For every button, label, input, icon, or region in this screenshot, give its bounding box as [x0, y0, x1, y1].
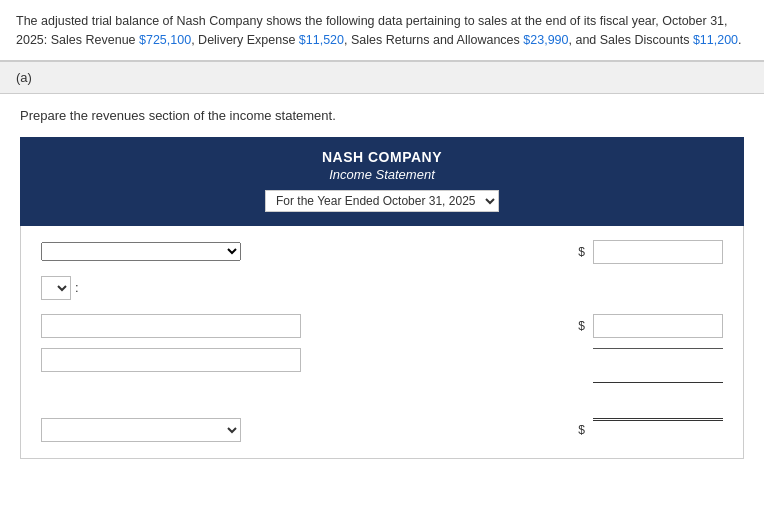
row1-dollar: $ — [578, 245, 585, 259]
statement-header: NASH COMPANY Income Statement For the Ye… — [20, 137, 744, 226]
row3-left-input[interactable] — [41, 314, 301, 338]
row3-right: $ — [578, 314, 723, 338]
period-select[interactable]: For the Year Ended October 31, 2025 — [265, 190, 499, 212]
row1: $ — [41, 240, 723, 264]
row6-dollar: $ — [578, 423, 585, 437]
row5 — [41, 382, 723, 406]
company-name: NASH COMPANY — [30, 149, 734, 165]
row4-right-input[interactable] — [593, 348, 723, 372]
row3: $ — [41, 314, 723, 338]
section-instruction: Prepare the revenues section of the inco… — [20, 108, 744, 123]
row1-right: $ — [578, 240, 723, 264]
row4-left-input[interactable] — [41, 348, 301, 372]
delivery-expense-value: $11,520 — [299, 33, 344, 47]
intro-text4: , Sales Returns and Allowances — [344, 33, 523, 47]
row2-select[interactable] — [41, 276, 71, 300]
row5-input[interactable] — [593, 382, 723, 406]
row6-select[interactable] — [41, 418, 241, 442]
form-area: $ : $ — [20, 226, 744, 459]
returns-value: $23,990 — [523, 33, 568, 47]
row3-dollar: $ — [578, 319, 585, 333]
statement-title: Income Statement — [30, 167, 734, 182]
row2: : — [41, 276, 723, 300]
intro-text2: 2025: Sales Revenue — [16, 33, 139, 47]
section-body: Prepare the revenues section of the inco… — [0, 94, 764, 479]
intro-section: The adjusted trial balance of Nash Compa… — [0, 0, 764, 61]
row6-input[interactable] — [593, 418, 723, 442]
row1-select[interactable] — [41, 242, 241, 261]
row6: $ — [41, 418, 723, 442]
section-label: (a) — [0, 61, 764, 94]
intro-text5: , and Sales Discounts — [569, 33, 693, 47]
row4 — [41, 348, 723, 372]
row4-right — [593, 348, 723, 372]
row1-input[interactable] — [593, 240, 723, 264]
discounts-value: $11,200 — [693, 33, 738, 47]
sales-revenue-value: $725,100 — [139, 33, 191, 47]
intro-text6: . — [738, 33, 741, 47]
row6-right: $ — [578, 418, 723, 442]
intro-text3: , Delivery Expense — [191, 33, 299, 47]
intro-text1: The adjusted trial balance of Nash Compa… — [16, 14, 728, 28]
row2-colon: : — [75, 280, 79, 295]
row3-right-input[interactable] — [593, 314, 723, 338]
